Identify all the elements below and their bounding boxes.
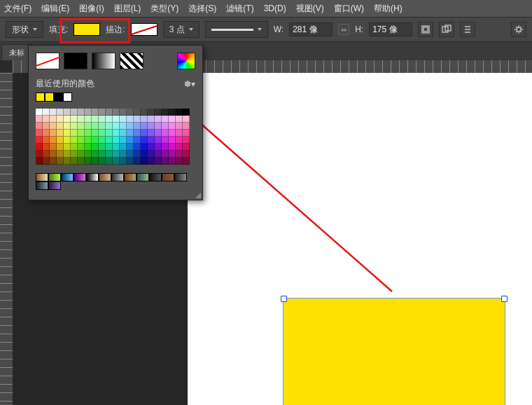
color-swatch[interactable] xyxy=(71,144,78,151)
color-swatch[interactable] xyxy=(85,137,92,144)
gradient-swatch[interactable] xyxy=(124,173,136,181)
link-wh-icon[interactable]: ⇔ xyxy=(338,24,349,35)
menu-3d[interactable]: 3D(D) xyxy=(264,4,286,13)
color-swatch[interactable] xyxy=(162,123,169,130)
color-swatch[interactable] xyxy=(85,158,92,165)
color-swatch[interactable] xyxy=(92,123,99,130)
color-swatch[interactable] xyxy=(183,137,190,144)
gradient-swatch[interactable] xyxy=(136,173,149,181)
color-swatch[interactable] xyxy=(36,123,43,130)
color-swatch[interactable] xyxy=(71,123,78,130)
color-swatch[interactable] xyxy=(183,151,190,158)
color-swatch[interactable] xyxy=(162,137,169,144)
color-swatch[interactable] xyxy=(120,123,127,130)
color-swatch[interactable] xyxy=(57,109,64,116)
color-swatch[interactable] xyxy=(155,123,162,130)
color-swatch[interactable] xyxy=(183,144,190,151)
color-swatch[interactable] xyxy=(148,137,155,144)
color-swatch[interactable] xyxy=(43,116,50,123)
fill-type-gradient[interactable] xyxy=(92,53,115,69)
color-swatch[interactable] xyxy=(183,116,190,123)
resize-handle-tr[interactable] xyxy=(501,296,507,302)
color-swatch[interactable] xyxy=(99,109,106,116)
gradient-swatch[interactable] xyxy=(111,173,124,181)
color-swatch[interactable] xyxy=(148,151,155,158)
color-swatch[interactable] xyxy=(92,116,99,123)
color-swatch[interactable] xyxy=(85,151,92,158)
color-swatch[interactable] xyxy=(85,123,92,130)
color-swatch[interactable] xyxy=(162,151,169,158)
path-combine-icon[interactable] xyxy=(439,22,454,37)
color-swatch[interactable] xyxy=(64,137,71,144)
gradient-swatch[interactable] xyxy=(99,173,111,181)
color-swatch[interactable] xyxy=(106,116,113,123)
color-swatch[interactable] xyxy=(64,158,71,165)
color-swatch[interactable] xyxy=(162,109,169,116)
color-swatch[interactable] xyxy=(71,130,78,137)
color-swatch[interactable] xyxy=(36,137,43,144)
color-swatch[interactable] xyxy=(162,130,169,137)
color-swatch[interactable] xyxy=(106,158,113,165)
color-swatch[interactable] xyxy=(169,130,176,137)
color-swatch[interactable] xyxy=(141,109,148,116)
color-swatch[interactable] xyxy=(169,123,176,130)
color-swatch[interactable] xyxy=(92,151,99,158)
gradient-swatch[interactable] xyxy=(86,173,99,181)
color-swatch[interactable] xyxy=(183,123,190,130)
color-swatch[interactable] xyxy=(57,130,64,137)
color-swatch[interactable] xyxy=(36,144,43,151)
color-swatch[interactable] xyxy=(99,130,106,137)
color-swatch[interactable] xyxy=(36,158,43,165)
color-swatch[interactable] xyxy=(176,151,183,158)
color-swatch[interactable] xyxy=(78,151,85,158)
color-swatch[interactable] xyxy=(148,130,155,137)
stroke-style-dropdown[interactable] xyxy=(205,21,268,38)
color-swatch[interactable] xyxy=(176,137,183,144)
color-swatch[interactable] xyxy=(99,151,106,158)
color-swatch[interactable] xyxy=(155,116,162,123)
color-swatch[interactable] xyxy=(43,109,50,116)
color-swatch[interactable] xyxy=(148,116,155,123)
color-swatch[interactable] xyxy=(155,137,162,144)
color-swatch[interactable] xyxy=(113,116,120,123)
color-swatch[interactable] xyxy=(50,123,57,130)
color-swatch[interactable] xyxy=(162,116,169,123)
color-swatch[interactable] xyxy=(64,123,71,130)
color-swatch[interactable] xyxy=(85,109,92,116)
color-swatch[interactable] xyxy=(36,116,43,123)
color-swatch[interactable] xyxy=(36,109,43,116)
color-swatch[interactable] xyxy=(92,158,99,165)
color-swatch[interactable] xyxy=(106,151,113,158)
color-swatch[interactable] xyxy=(141,158,148,165)
panel-menu-gear-icon[interactable]: ✽▾ xyxy=(184,79,195,89)
color-swatch[interactable] xyxy=(141,123,148,130)
resize-handle-tl[interactable] xyxy=(281,296,287,302)
color-swatch[interactable] xyxy=(148,144,155,151)
color-swatch[interactable] xyxy=(141,151,148,158)
color-swatch[interactable] xyxy=(92,109,99,116)
color-swatch[interactable] xyxy=(64,116,71,123)
color-swatch[interactable] xyxy=(127,116,134,123)
color-swatch[interactable] xyxy=(162,144,169,151)
color-swatch[interactable] xyxy=(162,158,169,165)
color-swatch[interactable] xyxy=(176,130,183,137)
resize-corner-icon[interactable] xyxy=(195,193,201,198)
color-swatch[interactable] xyxy=(64,130,71,137)
color-swatch[interactable] xyxy=(120,130,127,137)
color-swatch[interactable] xyxy=(78,158,85,165)
gradient-swatch[interactable] xyxy=(174,173,187,181)
color-swatch[interactable] xyxy=(99,116,106,123)
rectangle-shape[interactable] xyxy=(284,298,505,405)
color-swatch[interactable] xyxy=(50,137,57,144)
color-swatch[interactable] xyxy=(134,116,141,123)
color-swatch[interactable] xyxy=(169,144,176,151)
color-swatch[interactable] xyxy=(78,144,85,151)
color-swatch[interactable] xyxy=(50,116,57,123)
color-swatch[interactable] xyxy=(134,151,141,158)
color-swatch[interactable] xyxy=(120,137,127,144)
color-swatch[interactable] xyxy=(92,144,99,151)
color-swatch[interactable] xyxy=(50,151,57,158)
color-swatch[interactable] xyxy=(127,151,134,158)
color-swatch[interactable] xyxy=(57,151,64,158)
color-swatch[interactable] xyxy=(43,158,50,165)
